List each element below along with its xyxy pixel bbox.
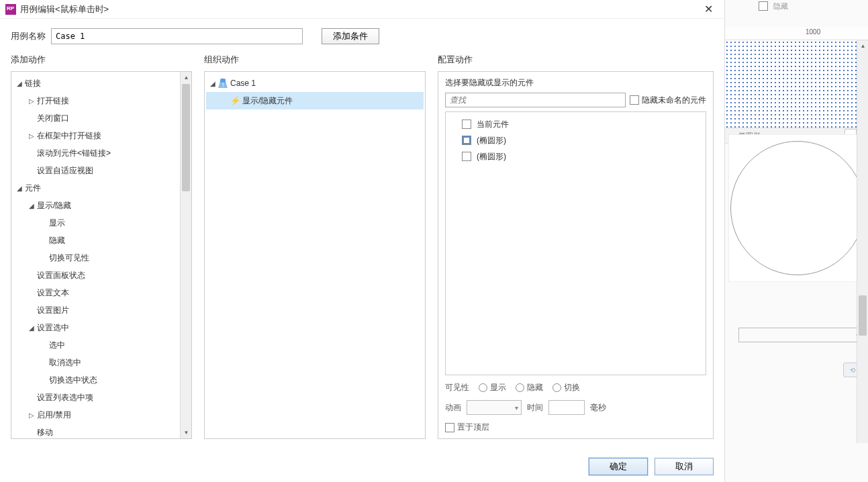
bolt-icon: ⚡ (230, 96, 240, 105)
organize-heading: 组织动作 (204, 51, 426, 71)
widget-item-current[interactable]: 当前元件 (450, 116, 702, 132)
anim-label: 动画 (445, 402, 461, 414)
case-editor-dialog: 用例编辑<鼠标单击时> ✕ 用例名称 添加条件 添加动作 ◢链接 ▷打开链接 ▷… (0, 0, 725, 482)
case-name-input[interactable] (51, 28, 303, 44)
configure-heading: 配置动作 (438, 51, 714, 71)
tree-links[interactable]: ◢链接 (13, 75, 190, 92)
widget-list: 当前元件 (椭圆形) (椭圆形) (445, 111, 706, 375)
anim-dropdown[interactable] (467, 400, 522, 415)
scroll-thumb[interactable] (859, 295, 867, 336)
action-node-show-hide[interactable]: ▷ ⚡ 显示/隐藏元件 (206, 92, 424, 109)
add-action-heading: 添加动作 (11, 51, 192, 71)
close-button[interactable]: ✕ (697, 1, 719, 17)
tree-hide[interactable]: ▷隐藏 (13, 232, 190, 249)
tree-show[interactable]: ▷显示 (13, 214, 190, 232)
scroll-up-icon[interactable]: ▲ (857, 40, 868, 52)
tree-close-window[interactable]: ▷关闭窗口 (13, 109, 190, 127)
tree-panel-state[interactable]: ▷设置面板状态 (13, 267, 190, 284)
ellipse-icon (730, 141, 865, 275)
ms-label: 毫秒 (590, 402, 606, 414)
visibility-label: 可见性 (445, 382, 469, 393)
vis-toggle-radio[interactable]: 切换 (552, 382, 580, 393)
search-input[interactable] (445, 93, 626, 107)
action-library-tree: ◢链接 ▷打开链接 ▷关闭窗口 ▷在框架中打开链接 ▷滚动到元件<锚链接> ▷设… (11, 72, 191, 438)
add-action-scrollbar[interactable]: ▲ ▼ (180, 72, 191, 438)
dialog-title: 用例编辑<鼠标单击时> (20, 3, 697, 15)
scroll-down-icon[interactable]: ▼ (181, 427, 192, 438)
tree-list-select[interactable]: ▷设置列表选中项 (13, 389, 190, 406)
tree-toggle-sel[interactable]: ▷切换选中状态 (13, 371, 190, 389)
ok-button[interactable]: 确定 (589, 458, 648, 475)
add-condition-button[interactable]: 添加条件 (322, 28, 379, 44)
bg-scrollbar[interactable]: ▲ (857, 40, 868, 443)
tree-set-image[interactable]: ▷设置图片 (13, 301, 190, 319)
case-icon (218, 79, 228, 88)
tree-widgets[interactable]: ◢元件 (13, 179, 190, 197)
tree-enable-disable[interactable]: ▷启用/禁用 (13, 406, 190, 424)
case-tree: ◢ Case 1 ▷ ⚡ 显示/隐藏元件 (205, 72, 425, 438)
pick-widgets-label: 选择要隐藏或显示的元件 (445, 77, 706, 89)
bg-hidden-chip: 隐藏 (759, 0, 799, 12)
tree-set-selected[interactable]: ◢设置选中 (13, 319, 190, 336)
vis-hide-radio[interactable]: 隐藏 (516, 382, 543, 393)
scroll-thumb[interactable] (182, 84, 190, 191)
cancel-button[interactable]: 取消 (655, 458, 714, 475)
time-input[interactable] (548, 400, 585, 415)
widget-item-ellipse-2[interactable]: (椭圆形) (450, 148, 702, 164)
hide-unnamed-toggle[interactable]: 隐藏未命名的元件 (630, 95, 706, 106)
tree-set-text[interactable]: ▷设置文本 (13, 284, 190, 301)
bring-to-front-toggle[interactable]: 置于顶层 (445, 422, 489, 433)
canvas-dotgrid (725, 40, 868, 128)
case-node[interactable]: ◢ Case 1 (206, 75, 424, 92)
vis-show-radio[interactable]: 显示 (479, 382, 506, 393)
tree-adaptive-view[interactable]: ▷设置自适应视图 (13, 162, 190, 179)
titlebar: 用例编辑<鼠标单击时> ✕ (0, 0, 724, 19)
time-label: 时间 (527, 402, 543, 414)
tree-show-hide[interactable]: ◢显示/隐藏 (13, 197, 190, 214)
tree-open-link[interactable]: ▷打开链接 (13, 92, 190, 109)
tree-select[interactable]: ▷选中 (13, 336, 190, 354)
ruler-horizontal: 1000 (725, 27, 868, 40)
scroll-up-icon[interactable]: ▲ (181, 72, 192, 83)
tree-move[interactable]: ▷移动 (13, 424, 190, 438)
tree-deselect[interactable]: ▷取消选中 (13, 354, 190, 371)
tree-scroll-anchor[interactable]: ▷滚动到元件<锚链接> (13, 144, 190, 162)
case-name-label: 用例名称 (11, 30, 46, 42)
tree-toggle-vis[interactable]: ▷切换可见性 (13, 249, 190, 267)
widget-item-ellipse-1[interactable]: (椭圆形) (450, 132, 702, 148)
shape-preview (728, 134, 866, 282)
app-icon (5, 4, 16, 15)
tree-open-in-frame[interactable]: ▷在框架中打开链接 (13, 127, 190, 144)
bg-style-dropdown[interactable] (738, 328, 863, 342)
